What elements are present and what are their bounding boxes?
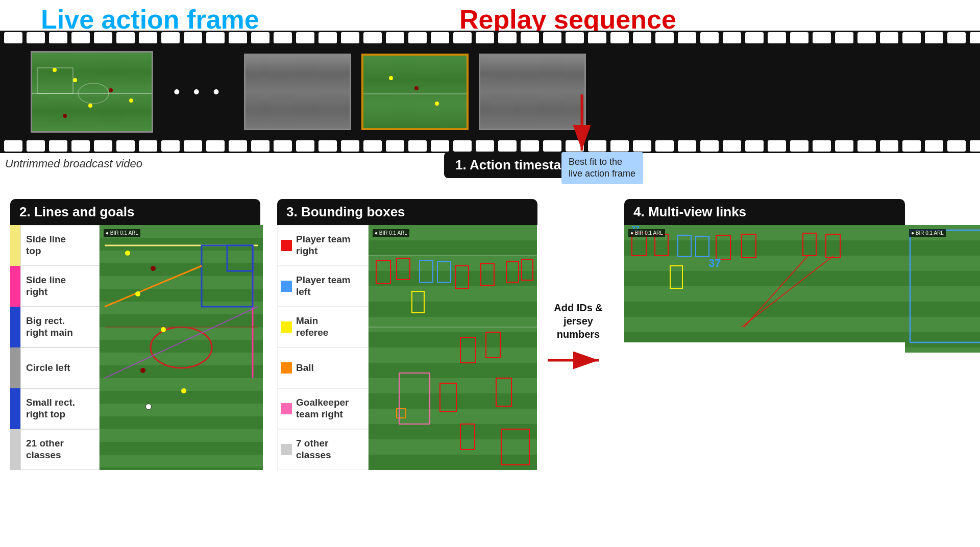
film-hole xyxy=(790,32,808,43)
film-hole xyxy=(947,140,966,152)
panel-multiview-body: 37 ● BIR 0:1 ARL 37 xyxy=(624,225,980,353)
svg-rect-22 xyxy=(486,332,500,358)
film-hole xyxy=(274,32,292,43)
lines-legend: Side linetop Side lineright Big rect.rig… xyxy=(10,225,100,470)
film-hole xyxy=(543,32,561,43)
film-hole xyxy=(318,32,337,43)
film-hole xyxy=(768,32,786,43)
bbox-label-player-left: Player teamleft xyxy=(296,275,365,298)
svg-rect-26 xyxy=(420,261,433,282)
svg-rect-18 xyxy=(481,263,494,286)
film-hole xyxy=(813,140,831,152)
svg-rect-30 xyxy=(399,373,430,424)
svg-point-8 xyxy=(151,327,212,368)
film-hole xyxy=(116,140,135,152)
film-hole xyxy=(835,32,853,43)
color-bar-circleleft xyxy=(10,347,20,388)
color-sq-other xyxy=(281,444,292,455)
top-section: Live action frame Replay sequence xyxy=(0,0,980,189)
color-bar-smallrect xyxy=(10,388,20,429)
lines-svg xyxy=(100,225,263,470)
film-hole xyxy=(857,140,876,152)
film-hole xyxy=(723,32,741,43)
bbox-item-player-left: Player teamleft xyxy=(277,266,369,307)
film-hole xyxy=(880,140,898,152)
film-hole xyxy=(970,140,980,152)
film-hole xyxy=(184,32,202,43)
svg-rect-29 xyxy=(397,409,406,418)
bbox-item-other: 7 otherclasses xyxy=(277,429,369,470)
color-sq-player-left xyxy=(281,281,292,292)
film-hole xyxy=(408,32,427,43)
film-hole xyxy=(700,140,719,152)
film-hole xyxy=(453,140,472,152)
film-hole xyxy=(655,32,674,43)
film-hole xyxy=(274,140,292,152)
color-bar-bigrect xyxy=(10,307,20,347)
film-hole xyxy=(633,140,651,152)
color-sq-main-referee xyxy=(281,321,292,333)
bottom-section: 2. Lines and goals Side linetop Side lin… xyxy=(0,194,980,547)
id-label-37: 37 xyxy=(708,257,721,270)
panel-multiview-wrapper: 4. Multi-view links xyxy=(624,199,980,353)
add-ids-label: Add IDs &jerseynumbers xyxy=(554,301,603,341)
film-hole xyxy=(27,140,45,152)
film-hole xyxy=(71,140,90,152)
legend-item-bigrect: Big rect.right main xyxy=(10,307,100,347)
film-hole xyxy=(341,32,359,43)
film-hole xyxy=(453,32,472,43)
panel-bbox-body: Player teamright Player teamleft Mainref… xyxy=(277,225,537,470)
film-hole xyxy=(521,32,539,43)
film-hole xyxy=(318,140,337,152)
title-replay: Replay sequence xyxy=(459,4,676,35)
bbox-label-player-right: Player teamright xyxy=(296,234,365,257)
film-hole xyxy=(521,140,539,152)
svg-rect-19 xyxy=(506,262,519,282)
film-hole xyxy=(857,32,876,43)
film-hole xyxy=(116,32,135,43)
film-hole xyxy=(902,32,921,43)
mid-arrow-area: Add IDs &jerseynumbers xyxy=(537,301,619,376)
legend-label-sideline-top: Side linetop xyxy=(20,225,100,266)
svg-rect-25 xyxy=(460,424,475,450)
replay-field-1 xyxy=(246,55,350,129)
film-hole xyxy=(386,32,404,43)
highlight-field-svg xyxy=(363,56,467,128)
film-hole xyxy=(296,140,314,152)
film-hole xyxy=(925,32,943,43)
film-hole xyxy=(745,32,764,43)
film-hole xyxy=(363,140,382,152)
live-field xyxy=(32,53,152,131)
film-hole xyxy=(813,32,831,43)
panel-bbox-title: 3. Bounding boxes xyxy=(277,199,537,225)
film-hole xyxy=(386,140,404,152)
down-arrow-svg xyxy=(556,94,607,161)
svg-rect-37 xyxy=(742,234,756,258)
svg-rect-28 xyxy=(412,291,424,313)
lines-field-image: ● BIR 0:1 ARL xyxy=(100,225,263,470)
multiview-svg-top: 37 xyxy=(624,225,905,342)
film-hole xyxy=(206,140,225,152)
svg-rect-46 xyxy=(910,230,980,342)
svg-rect-24 xyxy=(496,378,511,406)
color-bar-sideline-top xyxy=(10,225,20,266)
film-hole xyxy=(498,32,517,43)
film-hole xyxy=(161,140,180,152)
svg-line-44 xyxy=(744,256,808,327)
film-hole xyxy=(251,140,270,152)
film-hole xyxy=(49,140,67,152)
film-hole xyxy=(610,32,629,43)
film-hole xyxy=(229,32,247,43)
film-hole xyxy=(566,32,584,43)
film-hole xyxy=(970,32,980,43)
bbox-item-ball: Ball xyxy=(277,347,369,388)
replay-field-highlighted xyxy=(363,56,467,128)
svg-rect-20 xyxy=(522,260,533,280)
legend-item-smallrect: Small rect.right top xyxy=(10,388,100,429)
svg-rect-27 xyxy=(437,262,451,282)
svg-rect-17 xyxy=(455,266,469,288)
panel-multiview-title: 4. Multi-view links xyxy=(624,199,905,225)
legend-label-otherclasses: 21 otherclasses xyxy=(20,429,100,470)
film-holes-top xyxy=(0,31,980,45)
field-lines-svg xyxy=(32,53,152,131)
